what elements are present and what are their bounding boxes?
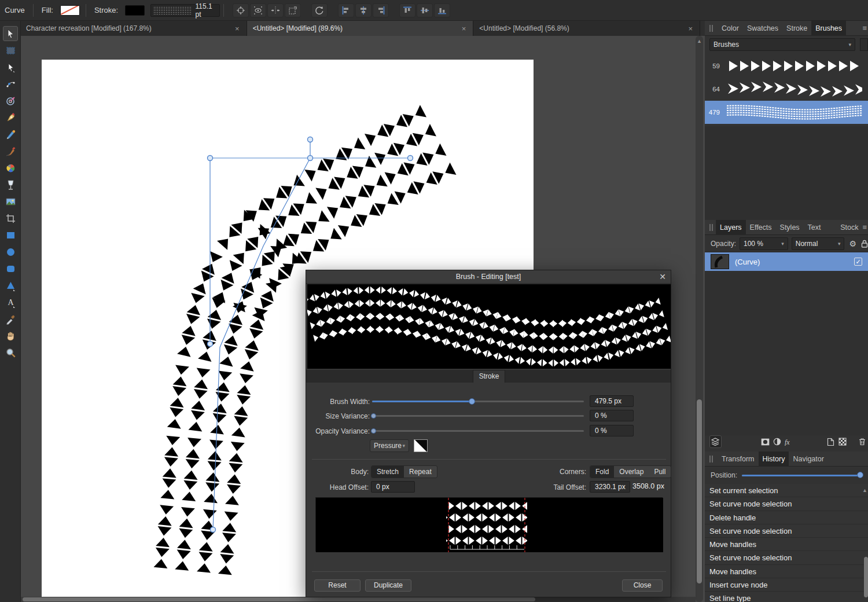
- dialog-close-icon[interactable]: ✕: [659, 270, 666, 284]
- brush-category-dropdown[interactable]: Brushes ▾: [709, 38, 855, 51]
- lock-icon[interactable]: [861, 240, 868, 248]
- document-tab-1[interactable]: <Untitled> [Modified] (89.6%)×: [247, 21, 474, 36]
- ellipse-tool[interactable]: [3, 244, 18, 259]
- artistic-text-tool[interactable]: A: [3, 295, 18, 310]
- opacity-variance-slider-thumb[interactable]: [371, 428, 376, 434]
- new-layer-icon[interactable]: [825, 435, 836, 448]
- tab-swatches[interactable]: Swatches: [743, 21, 782, 36]
- align-center-icon[interactable]: [355, 3, 372, 17]
- brush-width-field[interactable]: 479.5 px: [590, 395, 634, 407]
- brush-item-479[interactable]: 479: [705, 101, 868, 124]
- layer-settings-gear-icon[interactable]: ⚙: [849, 239, 856, 248]
- history-item[interactable]: Delete handle: [705, 511, 868, 524]
- panel-grip-icon[interactable]: [709, 224, 713, 231]
- panel-grip-icon[interactable]: [709, 25, 715, 32]
- vertical-scrollbar[interactable]: ▲: [696, 36, 703, 602]
- document-tab-2[interactable]: <Untitled> [Modified] (56.8%)×: [473, 21, 700, 36]
- corners-option-pull[interactable]: Pull: [649, 466, 671, 478]
- rectangle-tool[interactable]: [3, 227, 18, 243]
- tab-close-icon[interactable]: ×: [234, 24, 241, 33]
- layers-stack-icon[interactable]: [709, 435, 722, 448]
- new-pixel-layer-icon[interactable]: [836, 435, 848, 448]
- opacity-dropdown[interactable]: 100 % ▾: [740, 237, 788, 250]
- corners-option-overlap[interactable]: Overlap: [614, 466, 649, 478]
- tab-color[interactable]: Color: [718, 21, 743, 36]
- history-item[interactable]: Set curve node selection: [705, 551, 868, 564]
- dialog-title[interactable]: Brush - Editing [test]: [306, 270, 671, 284]
- duplicate-button[interactable]: Duplicate: [365, 579, 411, 592]
- tab-history[interactable]: History: [759, 452, 789, 467]
- rounded-rectangle-tool[interactable]: [3, 261, 18, 276]
- tab-effects[interactable]: Effects: [746, 220, 776, 235]
- tab-styles[interactable]: Styles: [776, 220, 804, 235]
- fill-swatch[interactable]: [60, 5, 80, 16]
- stroke-style-picker[interactable]: 115.1 pt: [150, 4, 220, 17]
- horizontal-scrollbar[interactable]: [21, 597, 696, 602]
- tab-stock[interactable]: Stock: [836, 220, 862, 235]
- history-item[interactable]: Move handles: [705, 565, 868, 578]
- color-picker-tool[interactable]: [3, 311, 18, 326]
- panel-view-icon[interactable]: [860, 38, 868, 51]
- artboard-tool[interactable]: [3, 43, 18, 58]
- panel-menu-icon[interactable]: ≡: [862, 24, 868, 32]
- tab-navigator[interactable]: Navigator: [789, 452, 828, 467]
- align-middle-icon[interactable]: [417, 3, 433, 17]
- tab-transform[interactable]: Transform: [718, 452, 759, 467]
- corners-option-fold[interactable]: Fold: [590, 466, 614, 478]
- contour-tool[interactable]: [3, 76, 18, 91]
- history-item[interactable]: Set current selection: [705, 484, 868, 497]
- tab-close-icon[interactable]: ×: [461, 24, 468, 33]
- pressure-dropdown[interactable]: Pressure ▾: [370, 439, 409, 452]
- head-offset-field[interactable]: 0 px: [371, 481, 415, 493]
- vector-crop-tool[interactable]: [3, 211, 18, 226]
- position-slider-thumb[interactable]: [857, 472, 863, 478]
- insert-inside-icon[interactable]: [285, 3, 301, 17]
- point-transform-tool[interactable]: [3, 93, 18, 108]
- tab-layers[interactable]: Layers: [716, 220, 746, 235]
- pressure-profile-swatch[interactable]: [414, 439, 428, 452]
- stroke-swatch[interactable]: [125, 5, 145, 16]
- blend-mode-dropdown[interactable]: Normal ▾: [792, 237, 845, 250]
- brush-width-slider-thumb[interactable]: [469, 398, 475, 405]
- tab-stroke[interactable]: Stroke: [473, 370, 505, 383]
- delete-layer-icon[interactable]: [856, 435, 868, 448]
- tab-brushes[interactable]: Brushes: [811, 21, 846, 36]
- zoom-tool[interactable]: [3, 345, 18, 360]
- tail-offset-field[interactable]: 3230.1 px: [590, 481, 630, 493]
- brush-item-64[interactable]: 64: [705, 78, 868, 101]
- history-item[interactable]: Insert curve node: [705, 578, 868, 592]
- horizontal-scrollbar-thumb[interactable]: [23, 597, 535, 601]
- adjustment-layer-icon[interactable]: [771, 435, 783, 448]
- scroll-up-icon[interactable]: ▲: [697, 38, 702, 44]
- panel-grip-icon[interactable]: [709, 456, 715, 462]
- history-item[interactable]: Move handles: [705, 538, 868, 551]
- transparency-tool[interactable]: [3, 177, 18, 192]
- layer-visibility-checkbox[interactable]: ✓: [854, 258, 862, 266]
- size-variance-slider-thumb[interactable]: [371, 413, 376, 419]
- rotate-pattern-icon[interactable]: [311, 3, 328, 17]
- history-scrollbar-thumb[interactable]: [864, 557, 868, 597]
- opacity-variance-field[interactable]: 0 %: [590, 425, 634, 436]
- place-image-tool[interactable]: [3, 194, 18, 209]
- mask-layer-icon[interactable]: [760, 435, 771, 448]
- size-variance-slider[interactable]: [372, 415, 584, 417]
- size-variance-field[interactable]: 0 %: [590, 410, 634, 421]
- node-tool[interactable]: [3, 60, 18, 75]
- align-top-icon[interactable]: [399, 3, 415, 17]
- fill-tool[interactable]: [3, 160, 18, 175]
- panel-menu-icon[interactable]: ≡: [862, 223, 868, 232]
- align-bottom-icon[interactable]: [434, 3, 450, 17]
- tab-text-styles[interactable]: Text Styles: [804, 220, 837, 235]
- view-tool[interactable]: [3, 328, 18, 343]
- pencil-tool[interactable]: [3, 127, 18, 142]
- brush-item-59[interactable]: 59: [705, 54, 868, 78]
- vertical-scrollbar-thumb[interactable]: [697, 399, 702, 583]
- triangle-tool[interactable]: [3, 278, 18, 293]
- tab-close-icon[interactable]: ×: [687, 24, 694, 33]
- position-slider[interactable]: [742, 475, 862, 476]
- document-tab-0[interactable]: Character recreation [Modified] (167.8%)…: [20, 21, 247, 36]
- history-scroll-up-icon[interactable]: ▲: [862, 487, 867, 493]
- align-left-icon[interactable]: [338, 3, 354, 17]
- reset-button[interactable]: Reset: [314, 579, 361, 592]
- transform-origin-icon[interactable]: [233, 3, 249, 17]
